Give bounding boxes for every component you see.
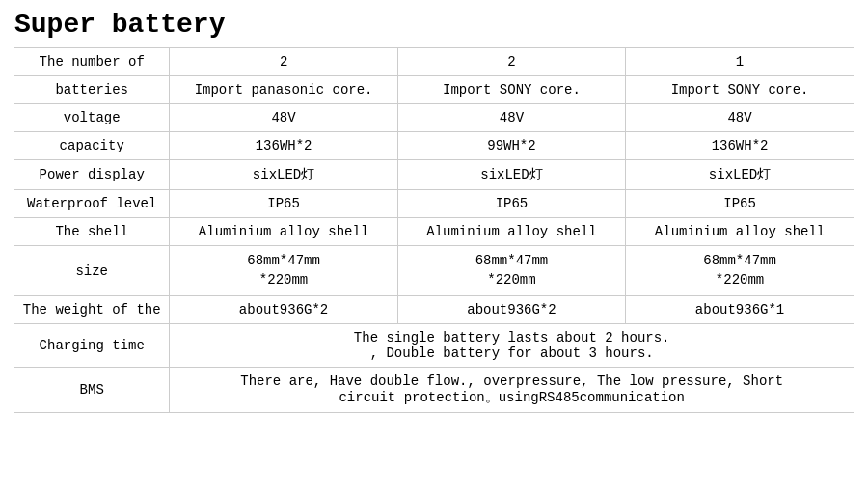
size-col2-line1: 68mm*47mm	[406, 252, 617, 271]
weight-col2: about936G*2	[397, 296, 625, 324]
size-col2-line2: *220mm	[406, 271, 617, 290]
power-display-col1: sixLED灯	[170, 160, 397, 190]
size-col1-line1: 68mm*47mm	[177, 252, 389, 271]
batteries-label: batteries	[14, 76, 170, 104]
shell-row: The shell Aluminium alloy shell Aluminiu…	[14, 218, 854, 246]
batteries-col2: Import SONY core.	[397, 76, 625, 104]
size-col3: 68mm*47mm *220mm	[626, 246, 854, 296]
size-label: size	[14, 246, 170, 296]
shell-col3: Aluminium alloy shell	[626, 218, 854, 246]
charging-line2: , Double battery for about 3 hours.	[177, 345, 846, 361]
page-title: Super battery	[14, 10, 854, 40]
voltage-col3: 48V	[626, 104, 854, 132]
weight-row: The weight of the about936G*2 about936G*…	[14, 296, 854, 324]
count-col3: 1	[626, 48, 854, 76]
spec-table: The number of 2 2 1 batteries Import pan…	[14, 47, 854, 413]
size-col3-line2: *220mm	[634, 271, 846, 290]
count-col1: 2	[170, 48, 397, 76]
capacity-row: capacity 136WH*2 99WH*2 136WH*2	[14, 132, 854, 160]
voltage-col1: 48V	[170, 104, 397, 132]
bms-line2: circuit protection。usingRS485communicati…	[177, 389, 846, 406]
header-row: The number of 2 2 1	[14, 48, 854, 76]
charging-value: The single battery lasts about 2 hours. …	[170, 324, 854, 368]
batteries-col1: Import panasonic core.	[170, 76, 397, 104]
weight-label: The weight of the	[14, 296, 170, 324]
charging-line1: The single battery lasts about 2 hours.	[177, 330, 846, 345]
size-col1-line2: *220mm	[177, 271, 389, 290]
waterproof-col2: IP65	[397, 190, 625, 218]
power-display-col3: sixLED灯	[626, 160, 854, 190]
capacity-col3: 136WH*2	[626, 132, 854, 160]
bms-label: BMS	[14, 368, 170, 413]
shell-col2: Aluminium alloy shell	[397, 218, 625, 246]
power-display-row: Power display sixLED灯 sixLED灯 sixLED灯	[14, 160, 854, 190]
batteries-col3: Import SONY core.	[626, 76, 854, 104]
capacity-label: capacity	[14, 132, 170, 160]
waterproof-col3: IP65	[626, 190, 854, 218]
waterproof-row: Waterproof level IP65 IP65 IP65	[14, 190, 854, 218]
voltage-row: voltage 48V 48V 48V	[14, 104, 854, 132]
voltage-col2: 48V	[397, 104, 625, 132]
waterproof-col1: IP65	[170, 190, 397, 218]
size-row: size 68mm*47mm *220mm 68mm*47mm *220mm 6…	[14, 246, 854, 296]
size-col3-line1: 68mm*47mm	[634, 252, 846, 271]
shell-col1: Aluminium alloy shell	[170, 218, 397, 246]
capacity-col1: 136WH*2	[170, 132, 397, 160]
waterproof-label: Waterproof level	[14, 190, 170, 218]
bms-value: There are, Have double flow., overpressu…	[170, 368, 854, 413]
weight-col1: about936G*2	[170, 296, 397, 324]
charging-label: Charging time	[14, 324, 170, 368]
bms-line1: There are, Have double flow., overpressu…	[177, 373, 846, 389]
size-col2: 68mm*47mm *220mm	[397, 246, 625, 296]
shell-label: The shell	[14, 218, 170, 246]
number-label: The number of	[14, 48, 170, 76]
count-col2: 2	[397, 48, 625, 76]
batteries-row: batteries Import panasonic core. Import …	[14, 76, 854, 104]
capacity-col2: 99WH*2	[397, 132, 625, 160]
charging-row: Charging time The single battery lasts a…	[14, 324, 854, 368]
power-display-col2: sixLED灯	[397, 160, 625, 190]
size-col1: 68mm*47mm *220mm	[170, 246, 397, 296]
weight-col3: about936G*1	[626, 296, 854, 324]
bms-row: BMS There are, Have double flow., overpr…	[14, 368, 854, 413]
voltage-label: voltage	[14, 104, 170, 132]
power-display-label: Power display	[14, 160, 170, 190]
